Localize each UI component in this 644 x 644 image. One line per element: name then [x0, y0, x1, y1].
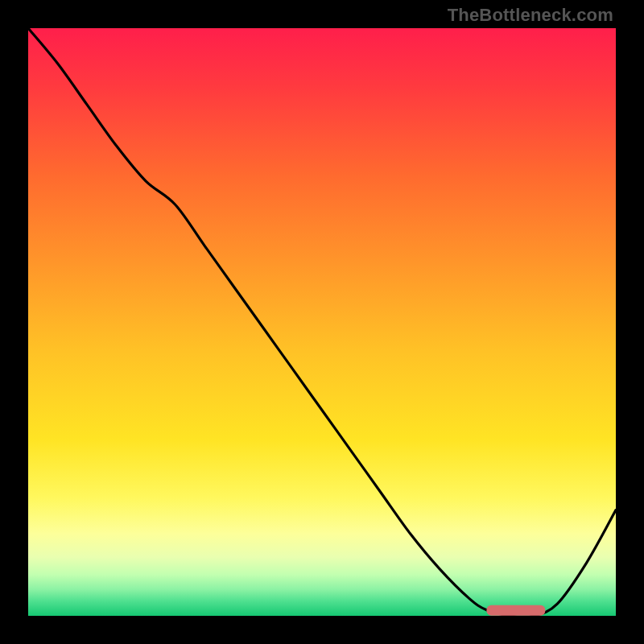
watermark-text: TheBottleneck.com	[448, 5, 613, 26]
chart-frame: TheBottleneck.com	[0, 0, 644, 644]
gradient-background	[28, 28, 616, 616]
optimal-range-marker	[486, 605, 545, 616]
bottleneck-chart	[28, 28, 616, 616]
plot-area	[28, 28, 616, 616]
